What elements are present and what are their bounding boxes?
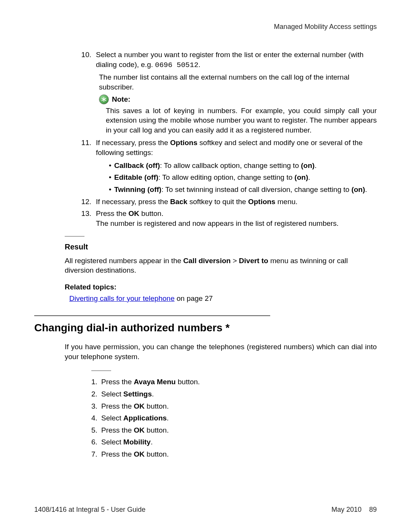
step-number: 6.: [91, 437, 97, 447]
result-paragraph: All registered numbers appear in the Cal…: [65, 256, 377, 275]
section-heading: Changing dial-in authorized numbers *: [34, 321, 377, 335]
page-header-section: Managed Mobility Access settings: [34, 23, 377, 31]
step-number: 2.: [91, 389, 97, 399]
footer-right: May 2010 89: [331, 506, 377, 514]
step-7: 7.Press the OK button.: [91, 449, 377, 459]
step-number: 11.: [80, 138, 91, 148]
step-3: 3.Press the OK button.: [91, 401, 377, 411]
step-4: 4.Select Applications.: [91, 413, 377, 423]
footer-title: 1408/1416 at Integral 5 - User Guide: [34, 506, 145, 514]
step-number: 4.: [91, 413, 97, 423]
step-paragraph: The number list contains all the externa…: [99, 72, 377, 92]
related-topic-line: Diverting calls for your telephone on pa…: [69, 294, 377, 304]
step-11: 11. If necessary, press the Options soft…: [80, 138, 377, 194]
step-number: 1.: [91, 377, 97, 387]
step-text: Press the OK button.: [96, 209, 163, 217]
step-number: 12.: [80, 197, 91, 207]
step-6: 6.Select Mobility.: [91, 437, 377, 447]
note-text: This saves a lot of keying in numbers. F…: [106, 106, 377, 135]
option-callback: Callback (off): To allow callback option…: [109, 161, 377, 171]
document-page: Managed Mobility Access settings 10. Sel…: [0, 0, 411, 532]
note-label: Note:: [112, 94, 131, 104]
code-sample: 0696 50512: [155, 61, 198, 69]
step-5: 5.Press the OK button.: [91, 425, 377, 435]
step-number: 10.: [80, 50, 91, 60]
step-text: If necessary, press the Back softkey to …: [96, 198, 298, 206]
related-topics-heading: Related topics:: [65, 282, 377, 292]
step-12: 12. If necessary, press the Back softkey…: [80, 197, 377, 207]
result-heading: Result: [65, 242, 377, 252]
option-twinning: Twinning (off): To set twinning instead …: [109, 185, 377, 195]
step-number: 3.: [91, 401, 97, 411]
step-2: 2.Select Settings.: [91, 389, 377, 399]
option-list: Callback (off): To allow callback option…: [96, 161, 377, 195]
procedure-list-continued: 10. Select a number you want to register…: [80, 50, 377, 228]
step-number: 13.: [80, 209, 91, 219]
note-header: Note:: [99, 94, 377, 104]
step-number: 5.: [91, 425, 97, 435]
step-text: Select a number you want to register fro…: [96, 51, 363, 69]
section-divider: [34, 315, 270, 316]
step-number: 7.: [91, 449, 97, 459]
procedure-list: 1.Press the Avaya Menu button. 2.Select …: [91, 377, 377, 459]
step-paragraph: The number is registered and now appears…: [96, 219, 377, 228]
section-intro: If you have permission, you can change t…: [65, 342, 377, 361]
step-1: 1.Press the Avaya Menu button.: [91, 377, 377, 387]
asterisk-icon: [99, 94, 109, 104]
step-13: 13. Press the OK button. The number is r…: [80, 209, 377, 228]
divider-short: [65, 236, 84, 236]
step-10: 10. Select a number you want to register…: [80, 50, 377, 135]
step-text: If necessary, press the Options softkey …: [96, 139, 363, 157]
main-content: 10. Select a number you want to register…: [34, 50, 377, 459]
page-footer: 1408/1416 at Integral 5 - User Guide May…: [34, 506, 377, 514]
footer-page-number: 89: [369, 506, 377, 514]
option-editable: Editable (off): To allow editing option,…: [109, 173, 377, 182]
related-link[interactable]: Diverting calls for your telephone: [69, 294, 175, 302]
divider-short: [91, 371, 111, 371]
footer-date: May 2010: [331, 506, 362, 514]
